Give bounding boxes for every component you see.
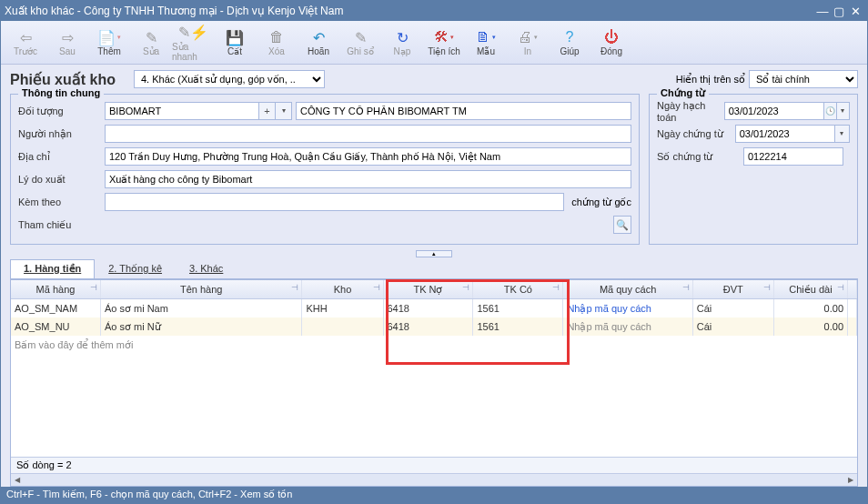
col-extra (848, 280, 857, 298)
col-unit[interactable]: ĐVT⊣ (693, 280, 774, 298)
scroll-left-icon[interactable]: ◀ (11, 476, 24, 484)
col-debit[interactable]: TK Nợ⊣ (384, 280, 474, 298)
cell-debit[interactable]: 6418 (384, 318, 474, 336)
scroll-right-icon[interactable]: ▶ (844, 476, 857, 484)
save-icon: 💾 (226, 28, 244, 46)
items-grid: Mã hàng⊣ Tên hàng⊣ Kho⊣ TK Nợ⊣ TK Có⊣ Mã… (10, 279, 858, 487)
h-scrollbar[interactable]: ◀ ▶ (11, 473, 857, 486)
pencil-icon: ✎ (146, 28, 157, 46)
edit-button[interactable]: ✎Sửa (130, 23, 172, 63)
display-label: Hiển thị trên sổ (676, 74, 745, 86)
wrench-icon: 🛠▾ (434, 28, 454, 46)
pin-icon: ⊣ (291, 283, 298, 292)
tab-stats[interactable]: 2. Thống kê (95, 259, 176, 278)
delete-button[interactable]: 🗑Xóa (256, 23, 298, 63)
ref-lookup-button[interactable]: 🔍 (613, 216, 631, 234)
print-icon: 🖨▾ (518, 28, 538, 46)
plus-doc-icon: 📄▾ (97, 28, 121, 46)
date-dropdown-icon[interactable]: ▾ (835, 125, 850, 143)
cell-credit[interactable]: 1561 (473, 318, 563, 336)
table-row[interactable]: AO_SM_NAMÁo sơ mi NamKHH64181561Nhập mã … (11, 299, 857, 318)
receiver-label: Người nhận (18, 128, 105, 140)
col-length[interactable]: Chiều dài⊣ (774, 280, 848, 298)
subject-dropdown-button[interactable]: ▾ (276, 102, 292, 120)
close-button[interactable]: ⏻Đóng (590, 23, 632, 63)
cell-code[interactable]: AO_SM_NU (11, 318, 101, 336)
subject-name-input[interactable] (296, 102, 631, 120)
cell-length[interactable]: 0.00 (774, 299, 848, 318)
titlebar: Xuất kho khác - Công ty TNHH Thương mại … (1, 1, 867, 21)
template-icon: 🗎▾ (476, 28, 496, 46)
cell-unit[interactable]: Cái (693, 318, 774, 336)
new-row[interactable]: Bấm vào đây để thêm mới (11, 336, 857, 354)
close-icon[interactable]: ✕ (847, 5, 863, 18)
cell-code[interactable]: AO_SM_NAM (11, 299, 101, 318)
subject-add-button[interactable]: + (259, 102, 276, 120)
receiver-input[interactable] (105, 125, 631, 143)
undo-button[interactable]: ↶Hoãn (298, 23, 339, 63)
pin-icon: ⊣ (837, 283, 844, 292)
quick-edit-button[interactable]: ✎⚡Sửa nhanh (172, 23, 214, 63)
subject-code-input[interactable] (105, 102, 259, 120)
help-icon: ? (566, 28, 574, 46)
col-spec[interactable]: Mã quy cách⊣ (563, 280, 692, 298)
tab-other[interactable]: 3. Khác (176, 259, 237, 278)
acc-date-input[interactable] (724, 102, 824, 120)
save-button[interactable]: 💾Cất (214, 23, 256, 63)
address-input[interactable] (105, 147, 631, 166)
cell-name[interactable]: Áo sơ mi Nam (101, 299, 303, 318)
attach-input[interactable] (105, 193, 564, 211)
col-warehouse[interactable]: Kho⊣ (302, 280, 383, 298)
doc-date-input[interactable] (735, 125, 835, 143)
address-label: Địa chỉ (18, 151, 105, 163)
general-legend: Thông tin chung (18, 87, 104, 98)
cell-spec[interactable]: Nhập mã quy cách (563, 318, 692, 336)
next-button[interactable]: ⇨Sau (46, 23, 88, 63)
doc-fieldset: Chứng từ Ngày hạch toán 🕓 ▾ Ngày chứng t… (649, 94, 858, 245)
date-dropdown-icon[interactable]: ▾ (837, 102, 850, 120)
maximize-icon[interactable]: ▢ (831, 5, 847, 18)
doc-no-input[interactable] (743, 147, 843, 166)
arrow-right-icon: ⇨ (62, 28, 74, 46)
cell-unit[interactable]: Cái (693, 299, 774, 318)
prev-button[interactable]: ⇦Trước (5, 23, 46, 63)
cell-warehouse[interactable]: KHH (302, 299, 383, 318)
grid-footer: Số dòng = 2 (11, 457, 857, 473)
record-button[interactable]: ✎Ghi sổ (339, 23, 381, 63)
col-name[interactable]: Tên hàng⊣ (101, 280, 303, 298)
clock-icon[interactable]: 🕓 (824, 102, 837, 120)
doc-date-label: Ngày chứng từ (657, 128, 735, 140)
add-button[interactable]: 📄▾Thêm (88, 23, 130, 63)
utility-button[interactable]: 🛠▾Tiện ích (423, 23, 465, 63)
arrow-left-icon: ⇦ (20, 28, 32, 46)
reload-button[interactable]: ↻Nạp (381, 23, 423, 63)
power-icon: ⏻ (604, 28, 619, 46)
col-credit[interactable]: TK Có⊣ (473, 280, 563, 298)
cell-spec[interactable]: Nhập mã quy cách (563, 299, 692, 318)
table-row[interactable]: AO_SM_NUÁo sơ mi Nữ64181561Nhập mã quy c… (11, 318, 857, 336)
new-row-hint[interactable]: Bấm vào đây để thêm mới (11, 336, 857, 354)
template-button[interactable]: 🗎▾Mẫu (465, 23, 507, 63)
col-code[interactable]: Mã hàng⊣ (11, 280, 101, 298)
print-button[interactable]: 🖨▾In (507, 23, 549, 63)
help-button[interactable]: ?Giúp (549, 23, 590, 63)
cell-credit[interactable]: 1561 (473, 299, 563, 318)
subject-label: Đối tượng (18, 106, 105, 117)
reason-input[interactable] (105, 170, 631, 188)
ref-label: Tham chiếu (18, 219, 105, 231)
cell-length[interactable]: 0.00 (774, 318, 848, 336)
pin-icon: ⊣ (552, 283, 560, 292)
cell-name[interactable]: Áo sơ mi Nữ (101, 318, 303, 336)
doc-legend: Chứng từ (657, 87, 709, 99)
doc-type-combo[interactable]: 4. Khác (Xuất sử dụng, góp vốn, .. (134, 70, 325, 88)
minimize-icon[interactable]: — (814, 5, 831, 18)
doc-no-label: Số chứng từ (657, 151, 743, 163)
display-book-combo[interactable]: Sổ tài chính (749, 70, 858, 88)
original-doc-label: chứng từ gốc (571, 197, 631, 208)
pin-icon: ⊣ (90, 283, 97, 292)
collapse-handle[interactable]: ▴ (416, 250, 452, 257)
cell-warehouse[interactable] (302, 318, 383, 336)
cell-debit[interactable]: 6418 (384, 299, 474, 318)
tab-goods[interactable]: 1. Hàng tiền (10, 259, 95, 278)
grid-header: Mã hàng⊣ Tên hàng⊣ Kho⊣ TK Nợ⊣ TK Có⊣ Mã… (11, 280, 857, 299)
